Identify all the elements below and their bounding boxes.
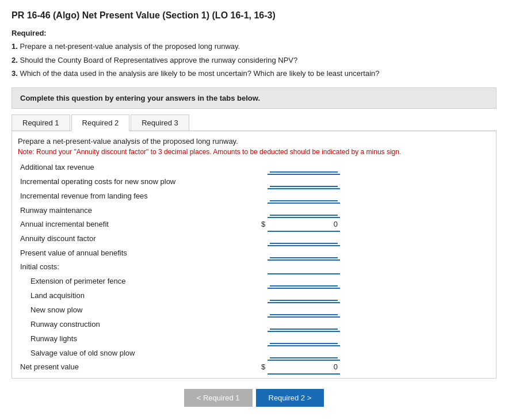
table-row: Land acquisition — [18, 288, 340, 303]
page-title: PR 16-46 (Algo) Net Present Value (Secti… — [12, 10, 496, 21]
row-label: Annual incremental benefit — [18, 217, 242, 231]
required-label: Required: — [12, 29, 496, 37]
instruction-1: 1. Prepare a net-present-value analysis … — [12, 41, 496, 52]
table-row: Additional tax revenue — [18, 161, 340, 174]
table-row: New snow plow — [18, 303, 340, 317]
tab-content: Prepare a net-present-value analysis of … — [12, 131, 496, 379]
input-operating-costs[interactable] — [270, 176, 338, 187]
static-value: 0 — [268, 217, 340, 231]
input-new-snow-plow[interactable] — [270, 304, 338, 315]
table-row: Salvage value of old snow plow — [18, 346, 340, 360]
input-cell[interactable] — [268, 203, 340, 217]
dollar-sign — [242, 231, 268, 246]
dollar-sign — [242, 174, 268, 189]
next-button[interactable]: Required 2 > — [256, 389, 324, 407]
table-row: Annual incremental benefit $ 0 — [18, 217, 340, 231]
row-label: Salvage value of old snow plow — [18, 346, 242, 360]
input-salvage-old-plow[interactable] — [270, 348, 338, 358]
dollar-sign — [242, 260, 268, 274]
input-cell — [268, 260, 340, 274]
input-additional-tax[interactable] — [270, 162, 338, 173]
row-label: Net present value — [18, 360, 242, 374]
input-cell[interactable] — [268, 303, 340, 317]
row-label: Extension of perimeter fence — [18, 274, 242, 288]
input-cell[interactable] — [268, 246, 340, 260]
input-runway-lights[interactable] — [270, 333, 338, 344]
dollar-sign: $ — [242, 217, 268, 231]
table-row: Incremental revenue from landing fees — [18, 189, 340, 203]
instruction-2: 2. Should the County Board of Representa… — [12, 55, 496, 66]
input-cell[interactable] — [268, 274, 340, 288]
row-label: Present value of annual benefits — [18, 246, 242, 260]
input-cell[interactable] — [268, 288, 340, 303]
row-label: Annuity discount factor — [18, 231, 242, 246]
instruction-3: 3. Which of the data used in the analysi… — [12, 68, 496, 79]
row-label: Runway lights — [18, 331, 242, 346]
input-cell[interactable] — [268, 174, 340, 189]
table-row: Present value of annual benefits — [18, 246, 340, 260]
tabs-row: Required 1 Required 2 Required 3 — [12, 114, 496, 131]
section-header: Initial costs: — [18, 260, 242, 274]
input-pv-annual[interactable] — [270, 247, 338, 258]
table-row: Runway construction — [18, 317, 340, 331]
input-runway-construction[interactable] — [270, 319, 338, 330]
dollar-sign — [242, 331, 268, 346]
input-perimeter-fence[interactable] — [270, 276, 338, 287]
tab-required-2[interactable]: Required 2 — [71, 114, 130, 131]
table-row: Runway lights — [18, 331, 340, 346]
row-label: Additional tax revenue — [18, 161, 242, 174]
row-label: Incremental operating costs for new snow… — [18, 174, 242, 189]
npv-table: Additional tax revenue Incremental opera… — [18, 161, 340, 375]
row-label: Land acquisition — [18, 288, 242, 303]
table-row: Incremental operating costs for new snow… — [18, 174, 340, 189]
dollar-sign: $ — [242, 360, 268, 374]
table-row: Runway maintenance — [18, 203, 340, 217]
tab-note: Note: Round your "Annuity discount facto… — [18, 148, 490, 156]
dollar-sign — [242, 161, 268, 174]
input-cell[interactable] — [268, 231, 340, 246]
bottom-nav: < Required 1 Required 2 > — [12, 389, 496, 407]
table-row: Net present value $ 0 — [18, 360, 340, 374]
input-cell[interactable] — [268, 346, 340, 360]
dollar-sign — [242, 346, 268, 360]
input-annuity-discount[interactable] — [270, 233, 338, 244]
input-cell[interactable] — [268, 331, 340, 346]
table-row: Annuity discount factor — [18, 231, 340, 246]
complete-box: Complete this question by entering your … — [12, 87, 496, 109]
row-label: New snow plow — [18, 303, 242, 317]
row-label: Runway maintenance — [18, 203, 242, 217]
instructions: 1. Prepare a net-present-value analysis … — [12, 41, 496, 79]
tab-required-1[interactable]: Required 1 — [12, 114, 70, 131]
row-label: Incremental revenue from landing fees — [18, 189, 242, 203]
prev-button[interactable]: < Required 1 — [184, 389, 253, 407]
dollar-sign — [242, 203, 268, 217]
dollar-sign — [242, 246, 268, 260]
dollar-sign — [242, 274, 268, 288]
tab-required-3[interactable]: Required 3 — [131, 114, 189, 131]
dollar-sign — [242, 303, 268, 317]
table-row: Initial costs: — [18, 260, 340, 274]
input-land-acquisition[interactable] — [270, 290, 338, 301]
dollar-sign — [242, 189, 268, 203]
tab-description: Prepare a net-present-value analysis of … — [18, 137, 490, 146]
row-label: Runway construction — [18, 317, 242, 331]
input-cell[interactable] — [268, 189, 340, 203]
input-runway-maintenance[interactable] — [270, 205, 338, 216]
table-row: Extension of perimeter fence — [18, 274, 340, 288]
input-cell[interactable] — [268, 317, 340, 331]
input-landing-fees[interactable] — [270, 190, 338, 201]
dollar-sign — [242, 317, 268, 331]
input-cell[interactable] — [268, 161, 340, 174]
static-value: 0 — [268, 360, 340, 374]
dollar-sign — [242, 288, 268, 303]
